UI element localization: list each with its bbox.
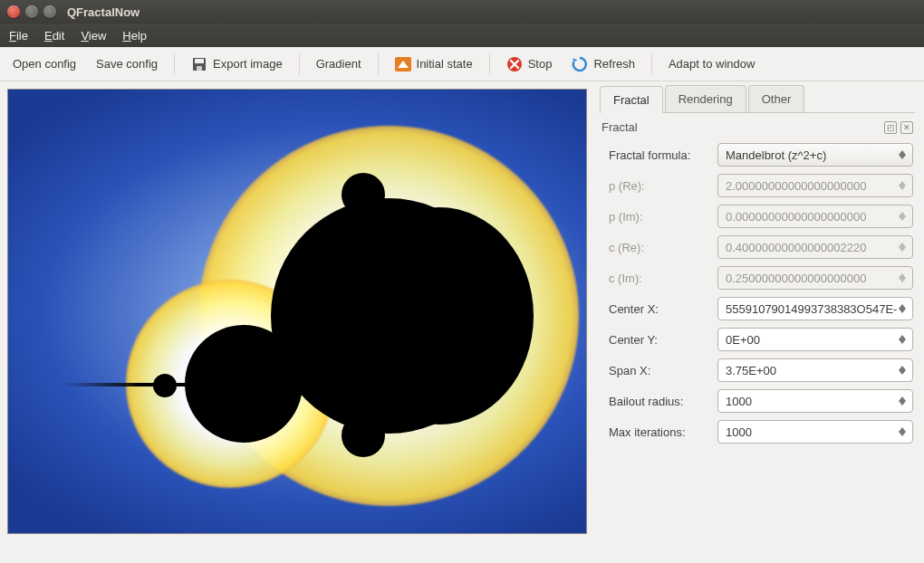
p-im-spin [717,205,913,228]
menu-file[interactable]: File [9,29,28,43]
close-window-button[interactable] [7,5,20,18]
initial-state-button[interactable]: Initial state [386,51,482,78]
label-c-re: c (Re): [609,241,710,254]
export-image-label: Export image [213,57,283,71]
toolbar-separator [299,53,300,75]
open-config-label: Open config [13,57,76,71]
label-center-y: Center Y: [609,333,710,347]
panel-header: Fractal ◰ ✕ [600,113,915,139]
toolbar: Open config Save config Export image Gra… [0,47,924,81]
toolbar-separator [489,53,490,75]
center-y-spin[interactable] [717,328,913,351]
gradient-button[interactable]: Gradient [307,52,371,76]
p-re-spin [717,174,913,197]
updown-icon [896,150,909,159]
updown-icon [897,304,909,313]
fractal-canvas[interactable] [7,89,587,534]
main-area: Fractal Rendering Other Fractal ◰ ✕ Frac… [0,81,924,563]
open-config-button[interactable]: Open config [4,52,85,76]
span-x-input[interactable] [726,359,897,381]
span-x-spin[interactable] [717,358,913,382]
refresh-label: Refresh [593,57,635,71]
menu-help[interactable]: Help [122,29,147,43]
tab-rendering[interactable]: Rendering [665,85,746,112]
tab-fractal[interactable]: Fractal [600,86,663,113]
adapt-label: Adapt to window [669,57,755,71]
save-icon [191,56,207,72]
initial-state-label: Initial state [417,57,473,71]
maximize-window-button[interactable] [43,5,56,18]
c-re-spin [717,235,913,259]
label-max-iter: Max iterations: [609,425,710,439]
panel-title: Fractal [602,120,638,134]
fractal-form: Fractal formula: Mandelbrot (z^2+c) p (R… [600,139,915,444]
menubar: File Edit View Help [0,24,924,47]
right-panel: Fractal Rendering Other Fractal ◰ ✕ Frac… [594,81,924,563]
updown-icon [897,396,909,406]
updown-icon [897,181,909,190]
home-icon [395,56,411,72]
minimize-window-button[interactable] [25,5,38,18]
menu-edit[interactable]: Edit [44,29,64,43]
label-center-x: Center X: [609,302,710,316]
center-x-input[interactable] [726,298,897,320]
window-buttons [7,5,56,18]
label-formula: Fractal formula: [609,148,710,162]
export-image-button[interactable]: Export image [182,51,292,78]
adapt-to-window-button[interactable]: Adapt to window [659,52,764,76]
updown-icon [897,366,909,375]
window-title: QFractalNow [67,5,140,19]
updown-icon [897,243,909,252]
panel-header-buttons: ◰ ✕ [884,121,913,134]
menu-view[interactable]: View [81,29,106,43]
close-panel-button[interactable]: ✕ [900,121,913,134]
formula-value: Mandelbrot (z^2+c) [726,148,826,162]
save-config-label: Save config [96,57,158,71]
max-iter-spin[interactable] [717,420,913,444]
updown-icon [897,273,909,282]
tab-bar: Fractal Rendering Other [600,85,915,113]
refresh-button[interactable]: Refresh [563,51,644,78]
updown-icon [897,335,909,344]
label-p-im: p (Im): [609,210,710,224]
label-bailout: Bailout radius: [609,395,710,408]
svg-rect-2 [197,66,202,71]
svg-rect-1 [195,59,204,63]
label-span-x: Span X: [609,364,710,377]
updown-icon [897,427,909,436]
label-c-im: c (Im): [609,272,710,285]
tab-other[interactable]: Other [748,85,805,112]
save-config-button[interactable]: Save config [87,52,167,76]
label-p-re: p (Re): [609,179,710,193]
detach-panel-button[interactable]: ◰ [884,121,897,134]
c-re-input [726,236,897,258]
refresh-icon [572,56,588,72]
toolbar-separator [174,53,175,75]
formula-combo[interactable]: Mandelbrot (z^2+c) [717,143,913,167]
center-y-input[interactable] [726,329,897,350]
c-im-input [726,267,897,289]
toolbar-separator [651,53,652,75]
p-im-input [726,205,897,227]
gradient-label: Gradient [316,57,361,71]
stop-icon [506,56,523,72]
c-im-spin [717,266,913,290]
fractal-canvas-wrap [0,81,594,563]
bailout-spin[interactable] [717,389,913,413]
bailout-input[interactable] [726,390,897,412]
titlebar: QFractalNow [0,0,924,24]
toolbar-separator [378,53,379,75]
stop-button[interactable]: Stop [497,51,562,78]
updown-icon [897,212,909,221]
max-iter-input[interactable] [726,421,897,443]
p-re-input [726,175,897,196]
center-x-spin[interactable] [717,297,913,320]
stop-label: Stop [528,57,553,71]
